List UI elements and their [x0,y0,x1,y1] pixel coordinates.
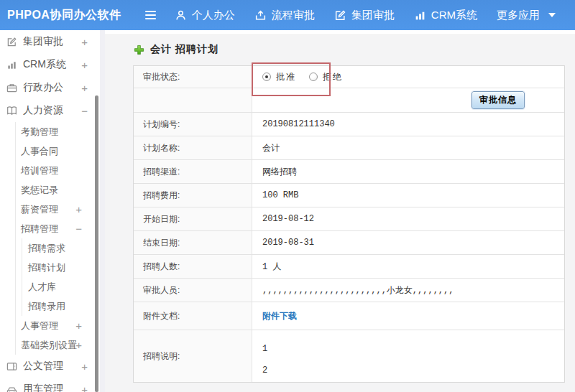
field-value: 20190812111340 [252,113,564,136]
sidebar-item-personnel[interactable]: 人事管理+ [16,316,105,335]
add-plus-icon [134,45,144,55]
nav-crm-system[interactable]: CRM系统 [414,9,477,22]
expand-icon[interactable]: + [81,82,88,94]
book-icon [6,106,17,116]
briefcase-icon [6,83,17,93]
sidebar-item-training[interactable]: 培训管理 [16,161,105,180]
sidebar-item-documents[interactable]: 公文管理 + [0,355,105,378]
top-navigation: 个人办公 流程审批 集团审批 CRM系统 更多应用 [175,9,575,22]
radio-approve[interactable] [262,73,271,81]
recruit-plan-detail-table: 审批状态: 批准 拒绝 审批信息 计划编号: 20190812111340 计划… [133,65,565,383]
nav-group-approval[interactable]: 集团审批 [334,9,395,22]
expand-icon[interactable]: + [75,339,82,351]
page-header: 会计 招聘计划 [134,43,575,56]
field-value: ,,,,,,,,,,,,,,,,,,,,,,,,小龙女,,,,,,,, [252,279,564,302]
sidebar: 集团审批 + CRM系统 + 行政办公 + 人力资源 − 考勤管理 人事合同 培… [0,30,105,392]
field-label: 招聘渠道: [134,160,252,183]
car-icon [6,384,17,392]
hr-submenu: 考勤管理 人事合同 培训管理 奖惩记录 薪资管理+ 招聘管理− 招聘需求 招聘计… [15,122,105,355]
edit-square-icon [6,37,17,47]
main-content: 会计 招聘计划 审批状态: 批准 拒绝 审批信息 计划编号: 201908121… [105,30,575,392]
nav-personal-office[interactable]: 个人办公 [175,9,235,22]
field-label: 招聘费用: [134,184,252,207]
field-value: 2019-08-31 [252,231,564,254]
attachment-row: 附件文档: 附件下载 [134,302,564,330]
sidebar-item-vehicles[interactable]: 用车管理 + [0,378,105,392]
sidebar-item-crm[interactable]: CRM系统 + [0,53,105,76]
description-row: 招聘说明: 1 2 [134,330,564,382]
chart-icon [414,9,426,22]
field-label: 开始日期: [134,207,252,230]
expand-icon[interactable]: + [81,383,88,392]
sidebar-item-attendance[interactable]: 考勤管理 [16,122,105,141]
sidebar-scrollbar-track [100,30,105,392]
document-icon [6,361,17,372]
sidebar-item-recruit-need[interactable]: 招聘需求 [22,238,105,258]
field-label: 招聘人数: [134,255,252,278]
page-title: 会计 招聘计划 [150,43,218,56]
field-label: 结束日期: [134,231,252,254]
expand-icon[interactable]: + [81,59,88,71]
menu-toggle-icon[interactable] [145,9,156,22]
expand-icon[interactable]: + [81,36,88,48]
sidebar-item-rewards[interactable]: 奖惩记录 [16,180,105,200]
sidebar-item-base-category[interactable]: 基础类别设置+ [16,335,105,355]
sidebar-item-talent-pool[interactable]: 人才库 [22,277,105,297]
empty-label-cell [134,88,252,112]
sidebar-item-admin-office[interactable]: 行政办公 + [0,76,105,99]
field-label: 计划名称: [134,136,252,159]
expand-icon[interactable]: + [75,319,82,332]
field-value: 100 RMB [252,184,564,207]
field-value: 1 人 [252,255,564,278]
table-row: 开始日期: 2019-08-12 [134,207,564,231]
table-row: 招聘人数: 1 人 [134,255,564,279]
sidebar-item-recruit-plan[interactable]: 招聘计划 [22,258,105,277]
expand-icon[interactable]: + [75,203,82,215]
status-options: 批准 拒绝 [252,66,564,88]
sidebar-item-salary[interactable]: 薪资管理+ [16,200,105,219]
topbar: PHPOA协同办公软件 个人办公 流程审批 集团审批 CRM系统 更多应用 [0,0,575,30]
field-label: 附件文档: [134,302,252,330]
table-row: 计划编号: 20190812111340 [134,113,564,136]
table-row: 计划名称: 会计 [134,136,564,160]
table-row: 招聘渠道: 网络招聘 [134,160,564,184]
approval-info-button[interactable]: 审批信息 [472,91,525,109]
status-row: 审批状态: 批准 拒绝 [134,66,564,88]
field-label: 计划编号: [134,113,252,136]
recruit-submenu: 招聘需求 招聘计划 人才库 招聘录用 [22,238,105,316]
field-label: 招聘说明: [134,330,252,382]
user-icon [175,9,187,22]
sidebar-item-hr-contract[interactable]: 人事合同 [16,141,105,161]
sidebar-item-recruit-mgmt[interactable]: 招聘管理− [16,219,105,238]
content-top-strip [105,30,575,35]
field-value: 1 2 [252,330,564,382]
field-value: 会计 [252,136,564,159]
table-row: 招聘费用: 100 RMB [134,184,564,207]
nav-more-apps[interactable]: 更多应用 [497,9,556,22]
field-value: 网络招聘 [252,160,564,183]
collapse-icon[interactable]: − [75,223,82,235]
attachment-download-link[interactable]: 附件下载 [262,310,297,322]
button-row: 审批信息 [134,88,564,113]
expand-icon[interactable]: + [81,360,88,373]
bar-chart-icon [6,60,17,70]
app-logo: PHPOA协同办公软件 [0,8,108,23]
collapse-icon[interactable]: − [81,105,88,117]
radio-reject[interactable] [309,73,318,81]
nav-process-approval[interactable]: 流程审批 [254,9,315,22]
flow-icon [254,9,267,22]
radio-reject-label: 拒绝 [323,71,343,83]
edit-icon [334,9,346,22]
field-label: 审批状态: [134,66,252,88]
field-value: 2019-08-12 [252,207,564,230]
sidebar-scrollbar-thumb[interactable] [95,95,98,392]
sidebar-item-hr[interactable]: 人力资源 − [0,99,105,122]
field-label: 审批人员: [134,279,252,302]
radio-approve-label: 批准 [276,71,296,83]
table-row: 结束日期: 2019-08-31 [134,231,564,255]
sidebar-item-group-approval[interactable]: 集团审批 + [0,30,105,53]
caret-down-icon [548,13,556,17]
sidebar-item-recruit-hire[interactable]: 招聘录用 [22,297,105,316]
table-row: 审批人员: ,,,,,,,,,,,,,,,,,,,,,,,,小龙女,,,,,,,… [134,279,564,302]
